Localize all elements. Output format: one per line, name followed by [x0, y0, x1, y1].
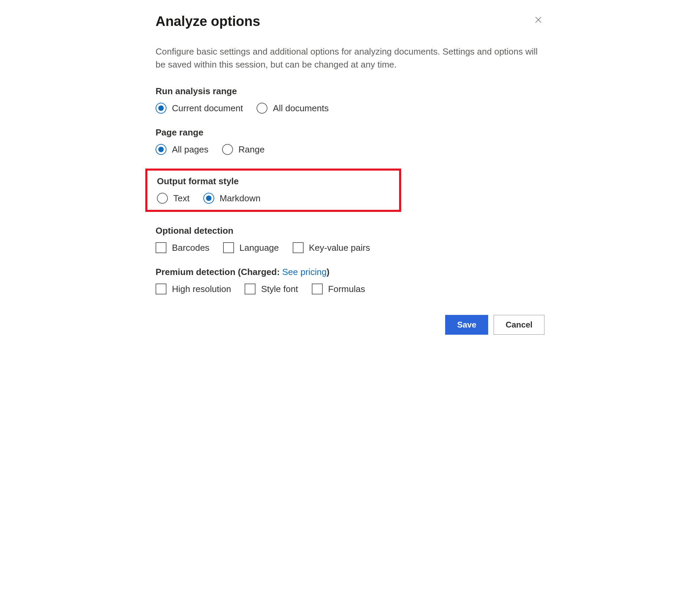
- premium-detection-options: High resolution Style font Formulas: [156, 284, 544, 294]
- dialog-footer: Save Cancel: [156, 315, 544, 335]
- radio-all-documents[interactable]: All documents: [257, 103, 329, 114]
- checkbox-input: [312, 284, 323, 294]
- radio-input: [203, 193, 214, 204]
- premium-label-prefix: Premium detection (Charged:: [156, 267, 282, 277]
- output-format-highlight: Output format style Text Markdown: [145, 169, 401, 212]
- radio-label: Markdown: [220, 193, 261, 204]
- radio-text[interactable]: Text: [157, 193, 190, 204]
- checkbox-label: High resolution: [172, 284, 231, 294]
- analyze-options-dialog: Analyze options Configure basic settings…: [156, 14, 544, 335]
- radio-label: All documents: [273, 103, 329, 114]
- page-range-label: Page range: [156, 127, 544, 138]
- checkbox-input: [245, 284, 256, 294]
- radio-label: Range: [238, 144, 265, 155]
- output-format-label: Output format style: [157, 176, 390, 187]
- checkbox-label: Formulas: [328, 284, 365, 294]
- radio-all-pages[interactable]: All pages: [156, 144, 208, 155]
- cancel-button[interactable]: Cancel: [494, 315, 544, 335]
- output-format-options: Text Markdown: [157, 193, 390, 204]
- checkbox-formulas[interactable]: Formulas: [312, 284, 365, 294]
- optional-detection-label: Optional detection: [156, 226, 544, 236]
- optional-detection-options: Barcodes Language Key-value pairs: [156, 242, 544, 253]
- checkbox-input: [223, 242, 234, 253]
- checkbox-key-value-pairs[interactable]: Key-value pairs: [293, 242, 370, 253]
- checkbox-language[interactable]: Language: [223, 242, 279, 253]
- run-analysis-options: Current document All documents: [156, 103, 544, 114]
- radio-markdown[interactable]: Markdown: [203, 193, 261, 204]
- optional-detection-section: Optional detection Barcodes Language Key…: [156, 226, 544, 253]
- run-analysis-section: Run analysis range Current document All …: [156, 86, 544, 114]
- checkbox-input: [156, 284, 166, 294]
- checkbox-label: Key-value pairs: [309, 243, 370, 253]
- checkbox-barcodes[interactable]: Barcodes: [156, 242, 209, 253]
- checkbox-high-resolution[interactable]: High resolution: [156, 284, 231, 294]
- output-format-section: Output format style Text Markdown: [157, 176, 390, 204]
- see-pricing-link[interactable]: See pricing: [282, 267, 326, 277]
- page-range-options: All pages Range: [156, 144, 544, 155]
- radio-input: [257, 103, 267, 114]
- radio-label: All pages: [172, 144, 208, 155]
- radio-input: [157, 193, 168, 204]
- radio-current-document[interactable]: Current document: [156, 103, 243, 114]
- checkbox-label: Language: [239, 243, 279, 253]
- checkbox-input: [156, 242, 166, 253]
- radio-input: [156, 103, 166, 114]
- premium-detection-label: Premium detection (Charged: See pricing): [156, 267, 544, 277]
- radio-range[interactable]: Range: [222, 144, 265, 155]
- page-range-section: Page range All pages Range: [156, 127, 544, 155]
- checkbox-label: Barcodes: [172, 243, 209, 253]
- premium-label-suffix: ): [326, 267, 330, 277]
- radio-label: Text: [173, 193, 190, 204]
- radio-input: [222, 144, 233, 155]
- close-button[interactable]: [532, 14, 544, 26]
- radio-label: Current document: [172, 103, 243, 114]
- checkbox-label: Style font: [261, 284, 298, 294]
- dialog-description: Configure basic settings and additional …: [156, 45, 544, 71]
- save-button[interactable]: Save: [445, 315, 488, 335]
- checkbox-input: [293, 242, 304, 253]
- dialog-title: Analyze options: [156, 14, 260, 29]
- close-icon: [534, 16, 542, 24]
- checkbox-style-font[interactable]: Style font: [245, 284, 298, 294]
- dialog-header: Analyze options: [156, 14, 544, 29]
- run-analysis-label: Run analysis range: [156, 86, 544, 97]
- radio-input: [156, 144, 166, 155]
- premium-detection-section: Premium detection (Charged: See pricing)…: [156, 267, 544, 294]
